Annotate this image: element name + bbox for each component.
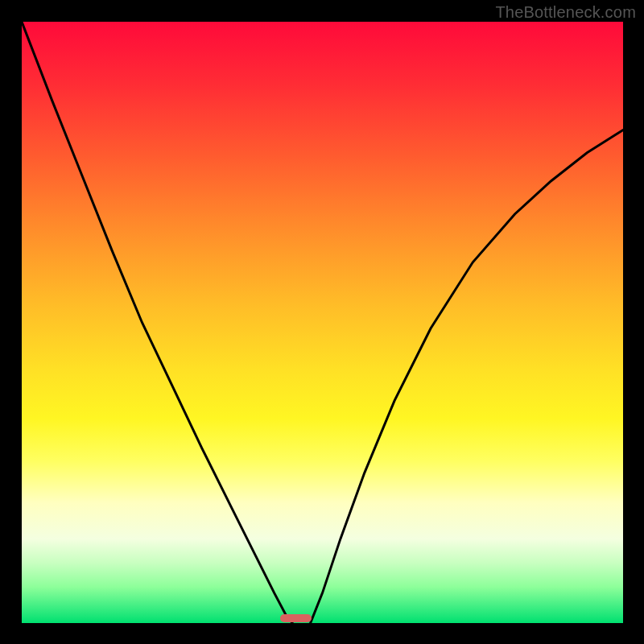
curve-right-branch <box>311 130 623 624</box>
watermark-label: TheBottleneck.com <box>495 3 636 22</box>
chart-frame: TheBottleneck.com <box>0 0 644 644</box>
plot-area <box>22 22 623 623</box>
curve-left-branch <box>22 22 292 623</box>
curves-svg <box>22 22 623 623</box>
optimal-marker <box>280 614 312 622</box>
